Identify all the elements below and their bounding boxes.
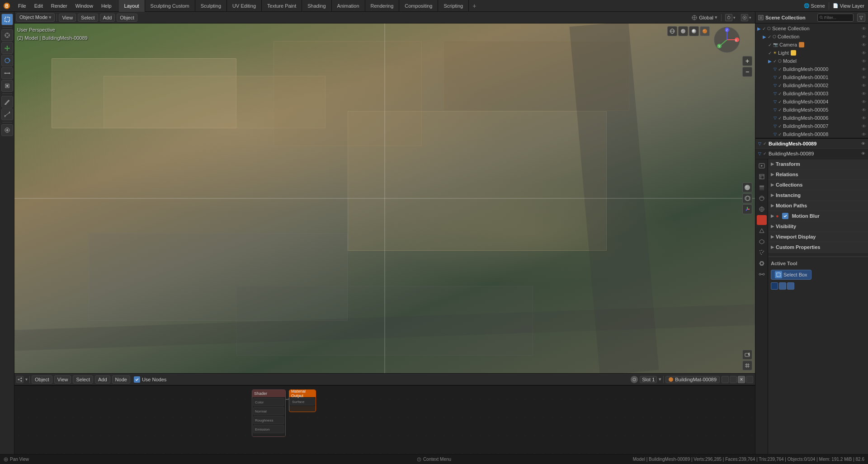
zoom-in-btn[interactable]: +: [742, 56, 752, 66]
selected-data-name[interactable]: BuildingMesh-00089: [769, 151, 814, 156]
tab-sculpting[interactable]: Sculpting: [195, 0, 227, 12]
node-view-menu[interactable]: View: [54, 375, 71, 384]
wireframe-btn[interactable]: [667, 26, 677, 36]
global-selector[interactable]: Global: [699, 15, 713, 20]
light-eye-icon[interactable]: 👁: [862, 51, 866, 56]
tab-sculpting-custom[interactable]: Sculpting Custom: [145, 0, 195, 12]
section-motion-paths-header[interactable]: ▶ Motion Paths: [768, 201, 868, 211]
camera-view-btn[interactable]: [742, 350, 752, 360]
material-btn[interactable]: [689, 26, 699, 36]
tool-rotate[interactable]: [1, 55, 13, 66]
outliner-filter-btn[interactable]: [857, 14, 865, 22]
proportional-toggle[interactable]: [741, 14, 748, 21]
tool-measure[interactable]: [1, 108, 13, 120]
tab-scripting[interactable]: Scripting: [438, 0, 469, 12]
rendered-btn[interactable]: [700, 26, 710, 36]
mode-selector[interactable]: Object Mode ▾: [16, 13, 55, 22]
section-motion-blur-header[interactable]: ▶ ● Motion Blur: [768, 211, 868, 221]
outliner-mesh-6[interactable]: ▽ ✓ BuildingMesh-00006 👁: [755, 114, 868, 122]
model-eye-icon[interactable]: 👁: [862, 59, 866, 64]
tab-rendering[interactable]: Rendering: [365, 0, 400, 12]
menu-edit[interactable]: Edit: [31, 2, 47, 9]
motion-blur-check[interactable]: [782, 213, 788, 219]
section-viewport-display-header[interactable]: ▶ Viewport Display: [768, 232, 868, 242]
mesh-4-eye[interactable]: 👁: [862, 99, 866, 104]
tool-icon-2[interactable]: [779, 282, 786, 290]
outliner-collection[interactable]: ▶ ✓ ⬡ Collection 👁: [755, 33, 868, 41]
menu-file[interactable]: File: [14, 2, 30, 9]
mesh-6-eye[interactable]: 👁: [862, 116, 866, 121]
viewport-gizmo-toggle[interactable]: [742, 204, 752, 214]
prop-render-icon[interactable]: [757, 161, 767, 171]
obj-eye-icon[interactable]: 👁: [861, 141, 865, 146]
tool-cursor[interactable]: [1, 29, 13, 41]
node-editor-arrow[interactable]: ▾: [25, 377, 28, 382]
mesh-2-eye[interactable]: 👁: [862, 83, 866, 88]
camera-eye-icon[interactable]: 👁: [862, 42, 866, 47]
tab-shading[interactable]: Shading: [302, 0, 331, 12]
outliner-mesh-1[interactable]: ▽ ✓ BuildingMesh-00001 👁: [755, 73, 868, 81]
blender-logo[interactable]: B: [2, 1, 12, 11]
object-menu[interactable]: Object: [117, 14, 137, 22]
zoom-out-btn[interactable]: −: [742, 67, 752, 77]
mesh-8-eye[interactable]: 👁: [862, 132, 866, 137]
outliner-search-input[interactable]: [824, 15, 851, 20]
menu-window[interactable]: Window: [72, 2, 97, 9]
coll-eye-icon[interactable]: 👁: [862, 34, 866, 39]
selected-obj-name[interactable]: BuildingMesh-00089: [769, 141, 816, 146]
viewport-3d[interactable]: User Perspective (2) Model | BuildingMes…: [14, 23, 755, 373]
material-remove[interactable]: ×: [738, 376, 745, 383]
prop-modifier-icon[interactable]: [757, 237, 767, 247]
tab-uv-editing[interactable]: UV Editing: [227, 0, 262, 12]
node-output[interactable]: Material Output Surface: [289, 389, 316, 412]
outliner-mesh-0[interactable]: ▽ ✓ BuildingMesh-00000 👁: [755, 65, 868, 73]
tab-layout[interactable]: Layout: [119, 0, 145, 12]
prop-view-layer-icon[interactable]: [757, 183, 767, 192]
view-menu[interactable]: View: [59, 14, 76, 22]
tool-scale[interactable]: [1, 67, 13, 79]
data-eye-icon[interactable]: 👁: [861, 151, 865, 156]
tab-add-button[interactable]: +: [469, 0, 480, 12]
tool-icon-1[interactable]: [771, 282, 778, 290]
tool-move[interactable]: [1, 42, 13, 54]
props-content[interactable]: ▶ Transform ▶ Relations ▶ Collections: [768, 159, 868, 464]
material-copy[interactable]: [730, 376, 737, 383]
select-menu[interactable]: Select: [78, 14, 98, 22]
outliner-camera[interactable]: ✓ 📷 Camera 👁: [755, 41, 868, 49]
section-relations-header[interactable]: ▶ Relations: [768, 169, 868, 179]
prop-constraints-icon[interactable]: [757, 269, 767, 279]
outliner-scene-collection[interactable]: ▶ ✓ ⬡ Scene Collection 👁: [755, 24, 868, 33]
outliner-content[interactable]: ▶ ✓ ⬡ Scene Collection 👁 ▶ ✓ ⬡ Collectio…: [755, 23, 868, 138]
node-object-menu[interactable]: Object: [32, 375, 52, 384]
material-pin[interactable]: [746, 376, 753, 383]
snap-arrow[interactable]: ▾: [733, 15, 736, 20]
tab-compositing[interactable]: Compositing: [399, 0, 438, 12]
outliner-mesh-3[interactable]: ▽ ✓ BuildingMesh-00003 👁: [755, 89, 868, 98]
node-editor-canvas[interactable]: Shader Color Normal Roughness Emission M…: [14, 386, 755, 464]
tab-texture-paint[interactable]: Texture Paint: [262, 0, 302, 12]
tab-animation[interactable]: Animation: [332, 0, 365, 12]
section-transform-header[interactable]: ▶ Transform: [768, 159, 868, 169]
node-shader[interactable]: Shader Color Normal Roughness Emission: [252, 389, 286, 437]
prop-obj-data-icon[interactable]: [757, 226, 767, 236]
viewport-overlay[interactable]: [742, 193, 752, 203]
mesh-5-eye[interactable]: 👁: [862, 108, 866, 112]
view-layer-name[interactable]: View Layer: [840, 3, 864, 9]
node-select-menu[interactable]: Select: [73, 375, 93, 384]
menu-help[interactable]: Help: [98, 2, 115, 9]
outliner-mesh-7[interactable]: ▽ ✓ BuildingMesh-00007 👁: [755, 122, 868, 130]
outliner-mesh-2[interactable]: ▽ ✓ BuildingMesh-00002 👁: [755, 81, 868, 89]
tool-annotate[interactable]: [1, 96, 13, 108]
section-instancing-header[interactable]: ▶ Instancing: [768, 190, 868, 200]
tool-select[interactable]: [1, 14, 13, 25]
use-nodes-checkbox[interactable]: [134, 376, 140, 383]
outliner-light[interactable]: ✓ ☀ Light 👁: [755, 49, 868, 57]
prop-physics-icon[interactable]: [757, 258, 767, 268]
node-node-menu[interactable]: Node: [112, 375, 130, 384]
outliner-model[interactable]: ▶ ✓ ⬡ Model 👁: [755, 57, 868, 65]
snap-toggle[interactable]: [725, 14, 732, 21]
menu-render[interactable]: Render: [47, 2, 71, 9]
navigation-gizmo[interactable]: X Y Z: [713, 26, 741, 53]
material-selector[interactable]: BuildingMat-00089: [665, 376, 720, 383]
section-visibility-header[interactable]: ▶ Visibility: [768, 221, 868, 231]
